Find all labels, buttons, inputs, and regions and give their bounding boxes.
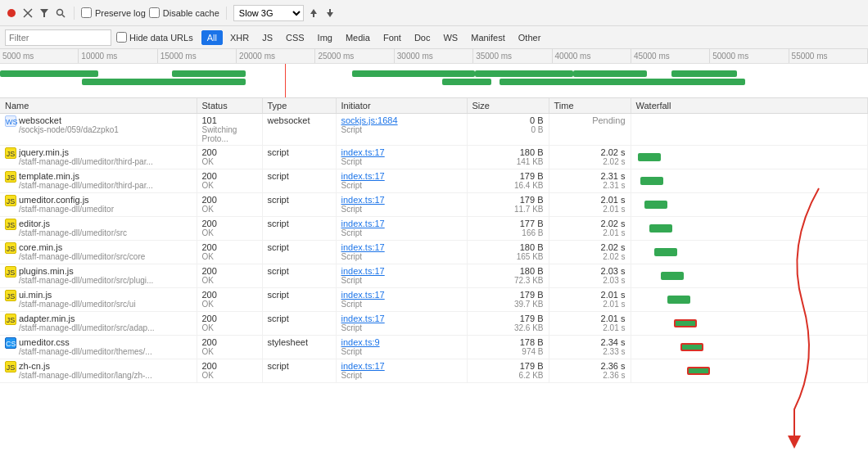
initiator-link-2[interactable]: index.ts:17 <box>341 171 385 181</box>
preserve-log-label[interactable]: Preserve log <box>81 7 146 18</box>
row-filepath-4: /staff-manage-dll/umeditor/src <box>19 228 127 237</box>
row-filename-2: template.min.js <box>19 171 153 181</box>
col-header-size[interactable]: Size <box>467 98 549 114</box>
col-header-time[interactable]: Time <box>549 98 631 114</box>
status-text-5: OK <box>202 252 257 261</box>
size-secondary-2: 16.4 KB <box>472 181 544 190</box>
col-header-name[interactable]: Name <box>0 98 197 114</box>
waterfall-bar-container-10 <box>636 361 863 381</box>
tl-bar-0 <box>0 70 98 77</box>
timeline-bar: 5000 ms 10000 ms 15000 ms 20000 ms 25000… <box>0 49 868 98</box>
size-secondary-6: 72.3 KB <box>472 276 544 285</box>
table-row[interactable]: JS core.min.js /staff-manage-dll/umedito… <box>0 241 868 264</box>
initiator-link-3[interactable]: index.ts:17 <box>341 195 385 205</box>
record-button[interactable] <box>5 7 18 20</box>
status-text-0: Switching Proto... <box>202 125 257 143</box>
upload-icon[interactable] <box>307 7 320 20</box>
cell-initiator-8: index.ts:17 Script <box>336 312 467 336</box>
size-secondary-0: 0 B <box>472 125 544 134</box>
initiator-link-9[interactable]: index.ts:9 <box>341 337 380 347</box>
network-table: Name Status Type Initiator Size Time Wat… <box>0 98 868 383</box>
col-header-type[interactable]: Type <box>262 98 336 114</box>
status-code-9: 200 <box>202 337 257 347</box>
status-text-4: OK <box>202 228 257 237</box>
row-filepath-0: /sockjs-node/059/da2zpko1 <box>19 125 119 134</box>
timeline-content <box>0 64 868 98</box>
filter-icon[interactable] <box>38 7 51 20</box>
table-row[interactable]: JS umeditor.config.js /staff-manage-dll/… <box>0 193 868 217</box>
cell-type-9: stylesheet <box>262 336 336 359</box>
hide-data-urls-checkbox[interactable] <box>116 32 127 43</box>
cell-initiator-0: sockjs.js:1684 Script <box>336 114 467 146</box>
waterfall-bar-8 <box>674 319 697 327</box>
table-row[interactable]: JS plugins.min.js /staff-manage-dll/umed… <box>0 264 868 288</box>
table-row[interactable]: JS editor.js /staff-manage-dll/umeditor/… <box>0 217 868 241</box>
cell-size-5: 180 B 165 KB <box>467 241 549 264</box>
col-header-status[interactable]: Status <box>197 98 262 114</box>
time-primary-7: 2.01 s <box>554 290 626 300</box>
cell-waterfall-7 <box>631 288 868 312</box>
filter-media-button[interactable]: Media <box>340 30 376 45</box>
status-text-10: OK <box>202 371 257 380</box>
filter-all-button[interactable]: All <box>201 30 223 45</box>
tick-5: 30000 ms <box>395 49 473 63</box>
cell-size-2: 179 B 16.4 KB <box>467 169 549 193</box>
cell-name-2: JS template.min.js /staff-manage-dll/ume… <box>0 169 197 193</box>
filter-font-button[interactable]: Font <box>377 30 407 45</box>
time-secondary-2: 2.31 s <box>554 181 626 190</box>
table-row[interactable]: JS template.min.js /staff-manage-dll/ume… <box>0 169 868 193</box>
filter-input[interactable] <box>5 29 111 46</box>
col-header-waterfall[interactable]: Waterfall <box>631 98 868 114</box>
preserve-log-checkbox[interactable] <box>81 7 92 18</box>
waterfall-bar-7 <box>667 296 690 304</box>
filter-manifest-button[interactable]: Manifest <box>465 30 511 45</box>
disable-cache-checkbox[interactable] <box>149 7 160 18</box>
cell-waterfall-6 <box>631 264 868 288</box>
time-secondary-7: 2.01 s <box>554 300 626 309</box>
filter-js-button[interactable]: JS <box>256 30 278 45</box>
table-row[interactable]: WS websocket /sockjs-node/059/da2zpko1 1… <box>0 114 868 146</box>
status-code-7: 200 <box>202 290 257 300</box>
filter-img-button[interactable]: Img <box>312 30 338 45</box>
table-row[interactable]: JS jquery.min.js /staff-manage-dll/umedi… <box>0 146 868 169</box>
row-filename-1: jquery.min.js <box>19 147 153 157</box>
row-filepath-9: /staff-manage-dll/umeditor/themes/... <box>19 347 152 356</box>
table-row[interactable]: JS zh-cn.js /staff-manage-dll/umeditor/l… <box>0 359 868 383</box>
time-primary-2: 2.31 s <box>554 171 626 181</box>
initiator-link-1[interactable]: index.ts:17 <box>341 147 385 157</box>
initiator-link-6[interactable]: index.ts:17 <box>341 266 385 276</box>
filter-css-button[interactable]: CSS <box>280 30 310 45</box>
search-icon[interactable] <box>54 7 67 20</box>
waterfall-bar-4 <box>649 224 672 232</box>
filter-xhr-button[interactable]: XHR <box>224 30 255 45</box>
throttle-select[interactable]: Slow 3G Fast 3G No throttling <box>233 5 304 21</box>
table-row[interactable]: CSS umeditor.css /staff-manage-dll/umedi… <box>0 336 868 359</box>
disable-cache-label[interactable]: Disable cache <box>149 7 219 18</box>
row-filename-0: websocket <box>19 115 119 125</box>
hide-data-urls-label[interactable]: Hide data URLs <box>116 32 193 43</box>
table-wrapper[interactable]: Name Status Type Initiator Size Time Wat… <box>0 98 868 447</box>
cell-time-0: Pending <box>549 114 631 146</box>
table-row[interactable]: JS adapter.min.js /staff-manage-dll/umed… <box>0 312 868 336</box>
filter-other-button[interactable]: Other <box>513 30 547 45</box>
download-icon[interactable] <box>323 7 337 20</box>
filter-doc-button[interactable]: Doc <box>409 30 436 45</box>
clear-button[interactable] <box>21 7 34 20</box>
status-text-6: OK <box>202 276 257 285</box>
initiator-link-5[interactable]: index.ts:17 <box>341 242 385 252</box>
initiator-link-8[interactable]: index.ts:17 <box>341 314 385 323</box>
filter-ws-button[interactable]: WS <box>437 30 463 45</box>
cell-waterfall-8 <box>631 312 868 336</box>
timeline-ruler: 5000 ms 10000 ms 15000 ms 20000 ms 25000… <box>0 49 868 64</box>
time-secondary-3: 2.01 s <box>554 205 626 214</box>
svg-marker-6 <box>310 9 317 14</box>
col-header-initiator[interactable]: Initiator <box>336 98 467 114</box>
initiator-link-10[interactable]: index.ts:17 <box>341 361 385 371</box>
file-icon-1: JS <box>5 147 16 159</box>
size-secondary-8: 32.6 KB <box>472 323 544 332</box>
initiator-link-7[interactable]: index.ts:17 <box>341 290 385 300</box>
initiator-sub-4: Script <box>341 228 462 237</box>
initiator-link-4[interactable]: index.ts:17 <box>341 219 385 228</box>
table-row[interactable]: JS ui.min.js /staff-manage-dll/umeditor/… <box>0 288 868 312</box>
initiator-link-0[interactable]: sockjs.js:1684 <box>341 115 398 125</box>
